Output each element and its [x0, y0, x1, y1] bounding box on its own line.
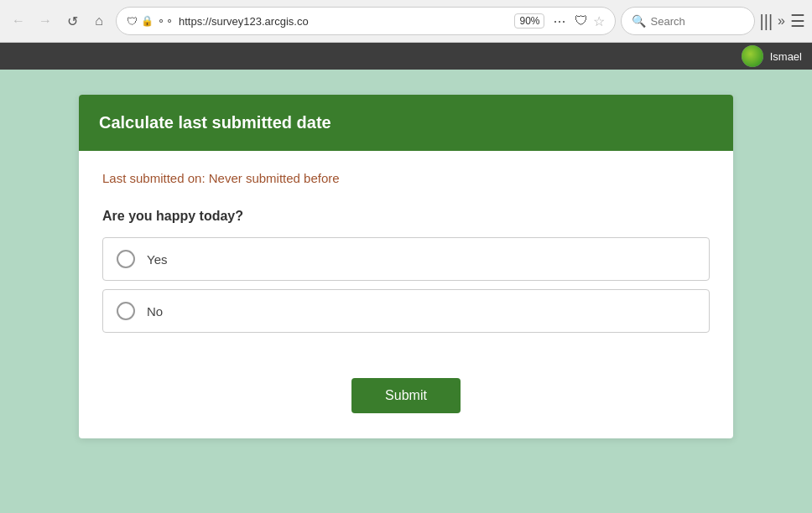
more-tools-button[interactable]: »	[778, 13, 785, 28]
forward-button[interactable]: →	[34, 9, 57, 33]
radio-circle-yes	[117, 250, 135, 268]
last-submitted-text: Last submitted on: Never submitted befor…	[102, 171, 710, 185]
bookmark-icon[interactable]: ☆	[593, 13, 605, 29]
user-bar: Ismael	[0, 43, 812, 70]
lock-icon: 🔒	[141, 15, 154, 27]
user-avatar[interactable]	[742, 45, 763, 67]
avatar-image	[742, 45, 763, 67]
submit-button[interactable]: Submit	[351, 378, 461, 413]
user-name-label: Ismael	[770, 50, 802, 63]
address-text: https://survey123.arcgis.co	[179, 15, 509, 28]
survey-card: Calculate last submitted date Last submi…	[79, 95, 733, 438]
nav-buttons: ← → ↺ ⌂	[7, 9, 111, 33]
survey-header: Calculate last submitted date	[79, 95, 733, 151]
menu-button[interactable]: ☰	[790, 11, 805, 31]
question-label: Are you happy today?	[102, 209, 710, 224]
shield-icon: 🛡	[127, 15, 138, 28]
address-icons: 🛡 🔒 ⚬⚬	[127, 15, 174, 28]
radio-option-no[interactable]: No	[102, 289, 710, 333]
browser-toolbar: ← → ↺ ⌂ 🛡 🔒 ⚬⚬ https://survey123.arcgis.…	[0, 0, 812, 42]
survey-body: Last submitted on: Never submitted befor…	[79, 151, 733, 361]
page-background: Calculate last submitted date Last submi…	[0, 70, 812, 513]
search-icon: 🔍	[632, 14, 646, 28]
survey-title: Calculate last submitted date	[99, 113, 713, 132]
tracking-icon: ⚬⚬	[157, 15, 174, 27]
reload-button[interactable]: ↺	[60, 9, 84, 33]
more-options-icon[interactable]: ···	[549, 13, 569, 30]
radio-label-yes: Yes	[147, 252, 167, 267]
search-bar[interactable]: 🔍	[621, 7, 755, 35]
radio-circle-no	[117, 302, 135, 320]
search-input[interactable]	[651, 15, 735, 28]
library-icon[interactable]: |||	[760, 12, 773, 31]
back-button[interactable]: ←	[7, 9, 30, 33]
toolbar-right: ||| » ☰	[760, 11, 806, 31]
home-button[interactable]: ⌂	[87, 9, 111, 33]
zoom-badge[interactable]: 90%	[514, 13, 544, 28]
radio-option-yes[interactable]: Yes	[102, 237, 710, 281]
address-bar[interactable]: 🛡 🔒 ⚬⚬ https://survey123.arcgis.co 90% ·…	[116, 7, 616, 35]
pocket-icon[interactable]: 🛡	[575, 13, 588, 28]
submit-area: Submit	[79, 361, 733, 438]
radio-label-no: No	[147, 304, 163, 319]
browser-chrome: ← → ↺ ⌂ 🛡 🔒 ⚬⚬ https://survey123.arcgis.…	[0, 0, 812, 43]
